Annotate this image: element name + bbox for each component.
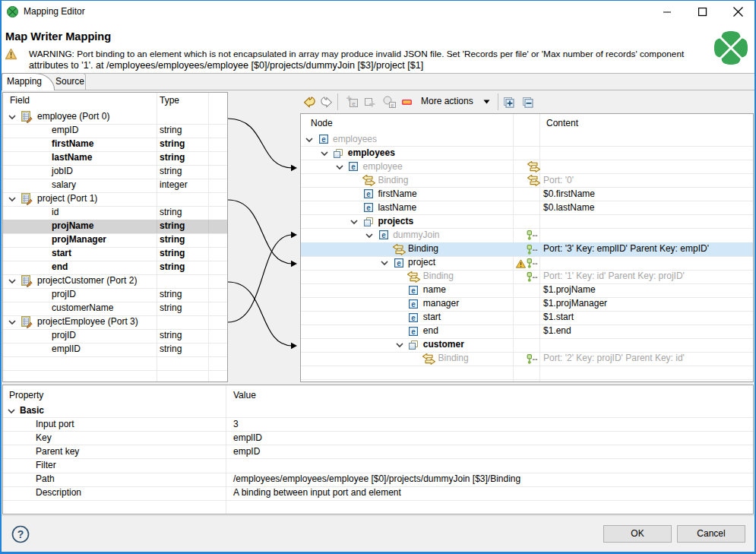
svg-text:e: e xyxy=(351,163,356,171)
svg-text:e: e xyxy=(366,204,371,212)
svg-text:e: e xyxy=(412,327,416,335)
svg-text:?: ? xyxy=(17,528,24,540)
svg-text:e: e xyxy=(397,258,401,267)
svg-text:e: e xyxy=(366,190,371,198)
svg-text:e: e xyxy=(412,313,416,321)
svg-text:e: e xyxy=(321,135,326,144)
svg-text:e: e xyxy=(381,231,386,239)
svg-text:e: e xyxy=(412,299,416,308)
svg-text:e: e xyxy=(391,103,394,108)
svg-text:e: e xyxy=(412,286,416,294)
svg-text:e: e xyxy=(352,100,356,107)
